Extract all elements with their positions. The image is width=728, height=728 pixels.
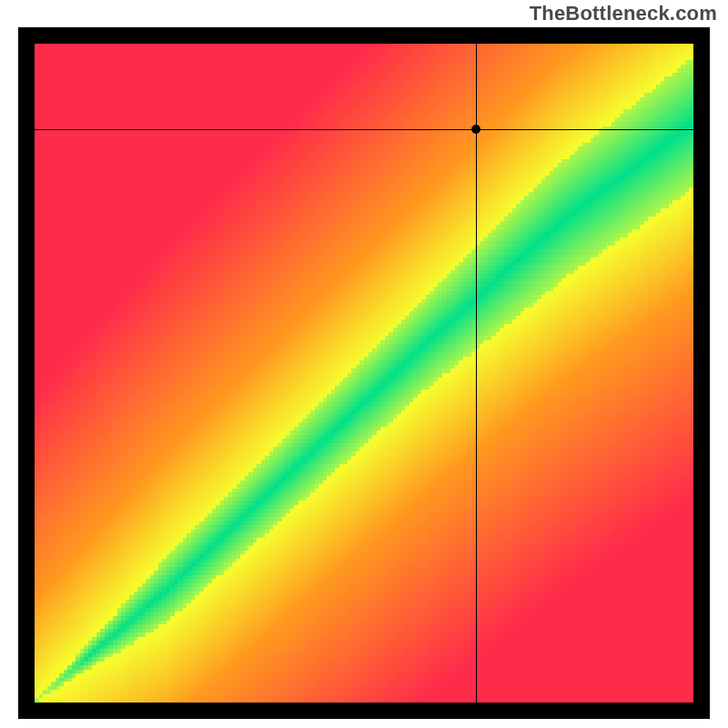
chart-frame [18,27,710,719]
crosshair-vertical [476,44,477,703]
heatmap-plot [35,44,693,703]
crosshair-horizontal [35,129,693,130]
attribution-text: TheBottleneck.com [530,2,717,25]
heatmap-canvas [35,44,693,703]
